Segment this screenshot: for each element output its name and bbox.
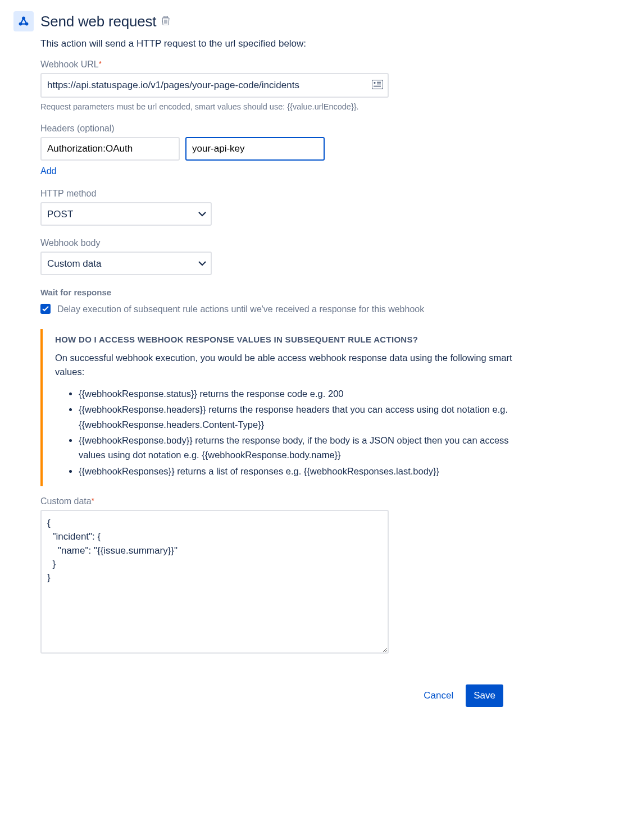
headers-label: Headers (optional) [40,124,526,134]
webhook-url-helper: Request parameters must be url encoded, … [40,102,526,111]
smart-value-picker-icon[interactable] [372,80,383,91]
custom-data-label: Custom data* [40,496,526,506]
svg-rect-3 [372,80,383,89]
http-method-select[interactable]: POST [40,202,212,226]
add-header-link[interactable]: Add [40,166,56,176]
panel-subtitle: This action will send a HTTP request to … [40,38,526,49]
wait-response-checkbox[interactable] [40,304,51,314]
webhook-url-input[interactable] [40,73,389,98]
panel-header: Send web request [13,11,526,31]
info-item: {{webhookResponse.headers}} returns the … [79,402,526,432]
wait-response-text: Delay execution of subsequent rule actio… [57,303,424,317]
http-method-label: HTTP method [40,189,526,199]
info-panel: HOW DO I ACCESS WEBHOOK RESPONSE VALUES … [40,329,526,486]
save-button[interactable]: Save [466,684,503,707]
info-item: {{webhookResponses}} returns a list of r… [79,464,526,478]
delete-icon[interactable] [162,16,170,27]
page-title: Send web request [40,13,156,30]
webhook-body-select[interactable]: Custom data [40,252,212,275]
cancel-button[interactable]: Cancel [417,684,460,707]
info-heading: HOW DO I ACCESS WEBHOOK RESPONSE VALUES … [55,335,526,344]
webhook-icon [13,11,34,31]
info-item: {{webhookResponse.status}} returns the r… [79,386,526,401]
custom-data-textarea[interactable] [40,510,389,654]
info-item: {{webhookResponse.body}} returns the res… [79,433,526,463]
svg-point-4 [374,82,375,84]
webhook-url-label: Webhook URL* [40,60,526,70]
wait-response-label: Wait for response [40,287,526,297]
webhook-body-label: Webhook body [40,238,526,248]
header-name-input[interactable] [40,137,180,161]
header-value-input[interactable] [185,137,325,161]
info-intro: On successful webhook execution, you wou… [55,351,526,380]
